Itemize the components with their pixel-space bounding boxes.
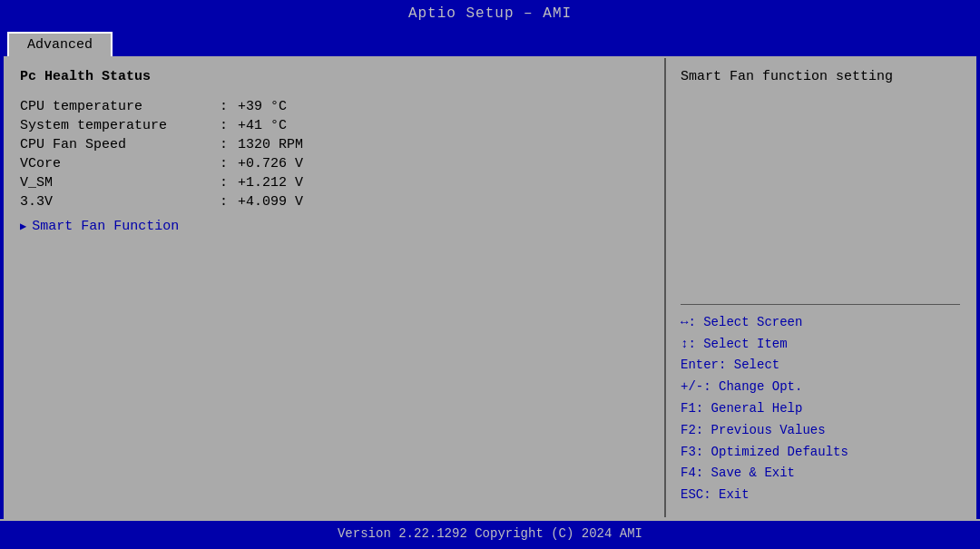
row-sep-0: : (220, 99, 238, 114)
row-sep-5: : (220, 194, 238, 210)
row-val-vcore: +0.726 V (238, 156, 303, 172)
table-row: CPU temperature : +39 °C (20, 99, 650, 114)
title-text: Aptio Setup – AMI (408, 5, 572, 22)
title-bar: Aptio Setup – AMI (0, 0, 980, 27)
row-sep-4: : (220, 175, 238, 191)
smart-fan-label: Smart Fan Function (32, 219, 179, 234)
footer: Version 2.22.1292 Copyright (C) 2024 AMI (0, 519, 980, 546)
table-row: System temperature : +41 °C (20, 118, 650, 133)
divider (681, 304, 960, 305)
row-val-vsm: +1.212 V (238, 175, 303, 191)
row-val-sys-temp: +41 °C (238, 118, 287, 133)
key-esc: ESC: Exit (681, 485, 960, 506)
table-row: 3.3V : +4.099 V (20, 194, 650, 210)
key-select-item: ↕: Select Item (681, 334, 960, 356)
row-label-fan-speed: CPU Fan Speed (20, 137, 220, 152)
help-text: Smart Fan function setting (681, 69, 960, 84)
row-val-cpu-temp: +39 °C (238, 99, 287, 114)
tab-advanced[interactable]: Advanced (7, 32, 113, 56)
row-label-sys-temp: System temperature (20, 118, 220, 133)
key-change-opt: +/-: Change Opt. (681, 377, 960, 398)
row-label-vsm: V_SM (20, 175, 220, 191)
key-f4: F4: Save & Exit (681, 463, 960, 485)
row-label-33v: 3.3V (20, 194, 220, 210)
key-f2: F2: Previous Values (681, 420, 960, 442)
left-panel: Pc Health Status CPU temperature : +39 °… (5, 58, 666, 517)
arrow-icon: ▶ (20, 220, 26, 233)
key-enter: Enter: Select (681, 355, 960, 377)
row-sep-2: : (220, 137, 238, 152)
row-sep-1: : (220, 118, 238, 133)
table-row: V_SM : +1.212 V (20, 175, 650, 191)
key-help: ↔: Select Screen ↕: Select Item Enter: S… (681, 312, 960, 506)
table-row: VCore : +0.726 V (20, 156, 650, 172)
row-sep-3: : (220, 156, 238, 172)
key-f1: F1: General Help (681, 398, 960, 420)
section-title: Pc Health Status (20, 69, 650, 84)
key-select-screen: ↔: Select Screen (681, 312, 960, 334)
tab-bar: Advanced (0, 27, 980, 56)
row-val-fan-speed: 1320 RPM (238, 137, 303, 152)
key-f3: F3: Optimized Defaults (681, 442, 960, 464)
table-row: CPU Fan Speed : 1320 RPM (20, 137, 650, 152)
row-label-cpu-temp: CPU temperature (20, 99, 220, 114)
main-area: Pc Health Status CPU temperature : +39 °… (4, 56, 976, 519)
footer-text: Version 2.22.1292 Copyright (C) 2024 AMI (338, 526, 642, 541)
row-label-vcore: VCore (20, 156, 220, 172)
row-val-33v: +4.099 V (238, 194, 303, 210)
smart-fan-function-item[interactable]: ▶ Smart Fan Function (20, 219, 650, 234)
right-panel: Smart Fan function setting ↔: Select Scr… (666, 58, 975, 517)
